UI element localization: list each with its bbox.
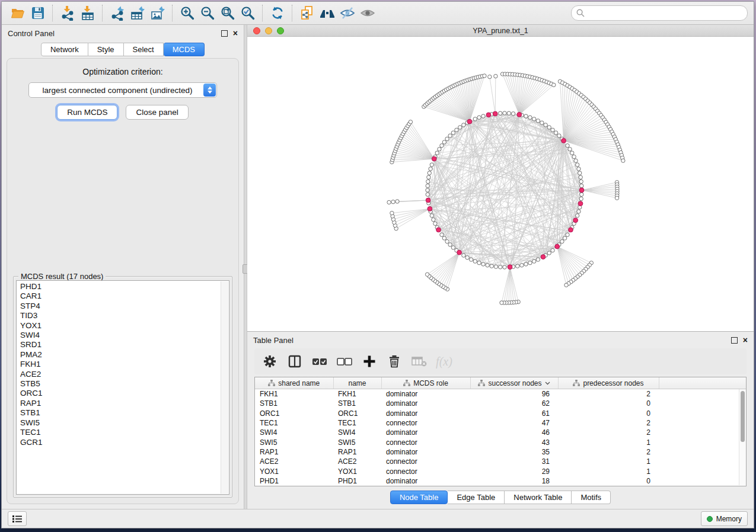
graph-node[interactable] [426,188,429,192]
graph-node[interactable] [462,254,465,257]
graph-node[interactable] [564,283,568,287]
graph-hub-node[interactable] [555,244,560,249]
mcds-result-listbox[interactable]: PHD1CAR1STP4TID3YOX1SWI4SRD1PMA2FKH1ACE2… [16,280,229,495]
graph-hub-node[interactable] [467,119,472,124]
delete-row-button[interactable] [385,352,404,371]
graph-node[interactable] [557,134,561,137]
tab-node-table[interactable]: Node Table [390,491,448,504]
graph-node[interactable] [387,200,391,204]
graph-hub-node[interactable] [508,265,512,270]
close-panel-icon[interactable]: × [743,338,748,343]
mcds-result-item[interactable]: TID3 [20,311,229,321]
deselect-all-button[interactable] [335,352,354,371]
graph-node[interactable] [544,123,547,127]
graph-node[interactable] [494,74,497,78]
graph-node[interactable] [451,246,455,249]
graph-node[interactable] [579,175,582,179]
graph-node[interactable] [551,248,554,252]
graph-node[interactable] [390,211,394,214]
first-neighbors-button[interactable] [317,4,337,22]
graph-node[interactable] [520,264,524,267]
run-mcds-button[interactable]: Run MCDS [57,105,117,120]
table-scrollbar[interactable] [739,389,746,485]
network-canvas[interactable] [247,37,754,331]
graph-node[interactable] [547,251,551,255]
table-scrollbar-thumb[interactable] [741,391,745,442]
graph-node[interactable] [503,111,506,115]
graph-node[interactable] [426,184,429,188]
zoom-fit-button[interactable] [218,4,238,22]
table-row[interactable]: SWI5SWI5connector431 [255,437,746,447]
float-panel-icon[interactable] [731,337,738,344]
graph-node[interactable] [568,148,572,151]
graph-node[interactable] [473,117,477,121]
graph-hub-node[interactable] [541,255,546,259]
mcds-result-item[interactable]: RAP1 [20,399,229,408]
column-header-name[interactable]: name [333,377,381,389]
zoom-out-button[interactable] [197,4,218,22]
graph-node[interactable] [576,214,579,217]
graph-node[interactable] [579,197,583,200]
graph-node[interactable] [524,262,528,266]
graph-node[interactable] [503,265,506,269]
graph-node[interactable] [440,233,444,236]
table-row[interactable]: PHD1PHD1dominator180 [255,476,746,486]
graph-node[interactable] [577,167,580,171]
table-row[interactable]: FKH1FKH1dominator962 [255,389,746,399]
save-session-button[interactable] [28,4,48,22]
graph-hub-node[interactable] [579,188,584,193]
apply-layout-button[interactable] [267,4,288,22]
close-panel-button[interactable]: Close panel [126,105,188,120]
graph-node[interactable] [465,256,469,259]
graph-node[interactable] [532,259,536,263]
tab-select[interactable]: Select [124,43,164,56]
add-row-button[interactable] [360,352,379,371]
graph-node[interactable] [428,171,431,175]
column-header-successor-nodes[interactable]: successor nodes [470,377,558,389]
graph-hub-node[interactable] [517,112,522,117]
graph-hub-node[interactable] [578,201,583,206]
graph-node[interactable] [499,111,502,115]
graph-node[interactable] [500,301,503,305]
graph-node[interactable] [445,137,449,140]
graph-node[interactable] [429,167,432,171]
tab-style[interactable]: Style [88,43,124,56]
graph-node[interactable] [566,144,569,148]
graph-node[interactable] [494,265,497,268]
graph-node[interactable] [572,155,576,158]
mcds-result-item[interactable]: ORC1 [20,389,229,398]
table-row[interactable]: YOX1YOX1connector291 [255,466,746,476]
graph-node[interactable] [524,114,528,118]
column-header-predecessor-nodes[interactable]: predecessor nodes [558,377,659,389]
graph-node[interactable] [560,239,564,243]
graph-node[interactable] [574,159,578,162]
graph-node[interactable] [536,258,540,261]
float-panel-icon[interactable] [221,30,228,37]
mcds-result-scrollbar[interactable] [221,281,228,493]
graph-node[interactable] [469,258,473,261]
memory-button[interactable]: Memory [701,511,748,526]
export-network-button[interactable] [107,4,127,22]
mcds-result-item[interactable]: SWI5 [20,418,229,428]
mcds-result-item[interactable]: STB1 [20,408,229,418]
graph-node[interactable] [528,261,532,265]
tab-network[interactable]: Network [41,43,88,56]
graph-node[interactable] [547,126,551,129]
graph-node[interactable] [391,200,395,204]
graph-node[interactable] [532,117,536,121]
graph-node[interactable] [481,262,485,266]
network-titlebar[interactable]: YPA_prune.txt_1 [247,25,754,37]
graph-node[interactable] [481,114,485,118]
mcds-result-item[interactable]: TEC1 [20,428,229,437]
open-session-button[interactable] [8,4,28,22]
table-row[interactable]: ORC1ORC1dominator610 [255,409,746,418]
graph-node[interactable] [430,214,433,217]
graph-hub-node[interactable] [573,218,578,223]
tab-edge-table[interactable]: Edge Table [448,491,505,504]
mcds-result-item[interactable]: STP4 [20,302,229,311]
graph-node[interactable] [578,171,582,175]
mcds-result-item[interactable]: CAR1 [20,291,229,301]
graph-node[interactable] [551,128,554,132]
graph-hub-node[interactable] [428,207,432,211]
graph-hub-node[interactable] [486,113,491,117]
